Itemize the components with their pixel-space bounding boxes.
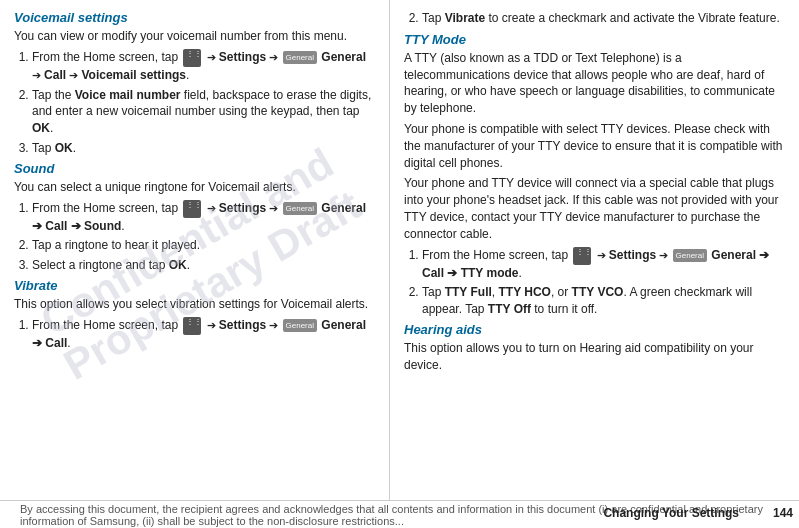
arrow-v1: ➔ <box>207 319 219 331</box>
home-screen-icon <box>183 49 201 67</box>
hearing-section: Hearing aids This option allows you to t… <box>404 322 785 374</box>
general-badge-2: General <box>283 202 317 215</box>
step1-text-before: From the Home screen, tap <box>32 50 181 64</box>
ok-label-3: OK <box>169 258 187 272</box>
sound-steps: From the Home screen, tap ➔ Settings ➔ G… <box>32 200 375 274</box>
hearing-heading: Hearing aids <box>404 322 785 337</box>
ok-label-1: OK <box>32 121 50 135</box>
vibrate-step-1: From the Home screen, tap ➔ Settings ➔ G… <box>32 317 375 352</box>
vibrate-heading: Vibrate <box>14 278 375 293</box>
general-badge-4: General <box>673 249 707 262</box>
tty-steps: From the Home screen, tap ➔ Settings ➔ G… <box>422 247 785 318</box>
voicemail-settings-label: Voicemail settings <box>81 68 185 82</box>
home-screen-icon-3 <box>183 317 201 335</box>
arrow-s1: ➔ <box>207 202 219 214</box>
home-screen-icon-4 <box>573 247 591 265</box>
call-label: Call <box>44 68 66 82</box>
settings-label-s: Settings <box>219 201 266 215</box>
step3-text-pre: Tap <box>32 141 55 155</box>
sound-step-3: Select a ringtone and tap OK. <box>32 257 375 274</box>
arrow-s2: ➔ <box>269 202 281 214</box>
vibrate-step2-pre: Tap <box>422 11 445 25</box>
vibrate-intro: This option allows you select vibration … <box>14 296 375 313</box>
voicemail-step-1: From the Home screen, tap ➔ Settings ➔ G… <box>32 49 375 84</box>
tty-heading: TTY Mode <box>404 32 785 47</box>
step3-period: . <box>73 141 76 155</box>
voicemail-heading: Voicemail settings <box>14 10 375 25</box>
sound-intro: You can select a unique ringtone for Voi… <box>14 179 375 196</box>
sound-step-2: Tap a ringtone to hear it played. <box>32 237 375 254</box>
arrow2: ➔ <box>269 51 281 63</box>
tty-para3: Your phone and TTY device will connect v… <box>404 175 785 242</box>
step3-pre: Select a ringtone and tap <box>32 258 169 272</box>
arrow-t1: ➔ <box>597 249 609 261</box>
step2-period: . <box>50 121 53 135</box>
footer-section-title: Changing Your Settings <box>603 506 739 520</box>
voicemail-section: Voicemail settings You can view or modif… <box>14 10 375 157</box>
tty-vco-label: TTY VCO <box>572 285 624 299</box>
right-column: Tap Vibrate to create a checkmark and ac… <box>390 0 799 500</box>
vibrate-step2-continued: Tap Vibrate to create a checkmark and ac… <box>404 10 785 27</box>
voicemail-steps: From the Home screen, tap ➔ Settings ➔ G… <box>32 49 375 157</box>
voice-mail-number-label: Voice mail number <box>75 88 181 102</box>
arrow4: ➔ <box>32 69 44 81</box>
tty-step-1: From the Home screen, tap ➔ Settings ➔ G… <box>422 247 785 282</box>
tty-para1: A TTY (also known as a TDD or Text Telep… <box>404 50 785 117</box>
hearing-intro: This option allows you to turn on Hearin… <box>404 340 785 374</box>
vibrate-steps: From the Home screen, tap ➔ Settings ➔ G… <box>32 317 375 352</box>
voicemail-step-3: Tap OK. <box>32 140 375 157</box>
home-screen-icon-2 <box>183 200 201 218</box>
tty-off-label: TTY Off <box>488 302 531 316</box>
step2-text-pre: Tap the <box>32 88 75 102</box>
general-label: General <box>321 50 366 64</box>
step1-suffix: . <box>186 68 189 82</box>
general-badge: General <box>283 51 317 64</box>
sound-step-1: From the Home screen, tap ➔ Settings ➔ G… <box>32 200 375 235</box>
vibrate-section: Vibrate This option allows you select vi… <box>14 278 375 352</box>
voicemail-step-2: Tap the Voice mail number field, backspa… <box>32 87 375 137</box>
ok-label-2: OK <box>55 141 73 155</box>
vibrate-step2-post: to create a checkmark and activate the V… <box>485 11 780 25</box>
tty-step2-pre: Tap <box>422 285 445 299</box>
sound-step1-pre: From the Home screen, tap <box>32 201 181 215</box>
tty-step-2: Tap TTY Full, TTY HCO, or TTY VCO. A gre… <box>422 284 785 318</box>
voicemail-intro: You can view or modify your voicemail nu… <box>14 28 375 45</box>
left-column: Voicemail settings You can view or modif… <box>0 0 390 500</box>
general-badge-3: General <box>283 319 317 332</box>
tty-full-label: TTY Full <box>445 285 492 299</box>
settings-label-v: Settings <box>219 318 266 332</box>
arrow-v2: ➔ <box>269 319 281 331</box>
tty-para2: Your phone is compatible with select TTY… <box>404 121 785 171</box>
tty-hco-label: TTY HCO <box>498 285 550 299</box>
arrow5: ➔ <box>69 69 81 81</box>
tty-section: TTY Mode A TTY (also known as a TDD or T… <box>404 32 785 318</box>
vibrate-label: Vibrate <box>445 11 485 25</box>
settings-label: Settings <box>219 50 266 64</box>
vibrate-step-2: Tap Vibrate to create a checkmark and ac… <box>422 10 785 27</box>
tty-step1-pre: From the Home screen, tap <box>422 248 571 262</box>
sound-heading: Sound <box>14 161 375 176</box>
vibrate-step2-list: Tap Vibrate to create a checkmark and ac… <box>422 10 785 27</box>
settings-label-t: Settings <box>609 248 656 262</box>
arrow1: ➔ <box>207 51 219 63</box>
arrow-t2: ➔ <box>659 249 671 261</box>
sound-section: Sound You can select a unique ringtone f… <box>14 161 375 274</box>
page-number: 144 <box>773 506 793 520</box>
vibrate-step1-pre: From the Home screen, tap <box>32 318 181 332</box>
footer: By accessing this document, the recipien… <box>0 500 799 528</box>
